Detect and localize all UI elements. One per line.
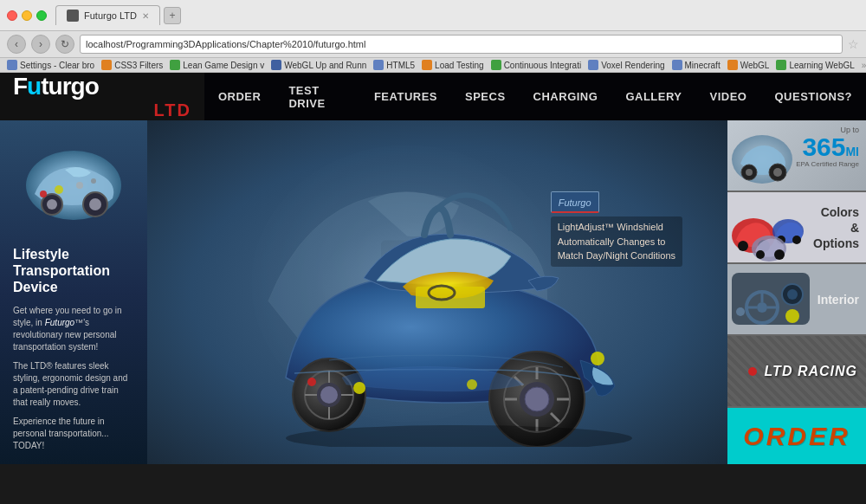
nav-features[interactable]: FEATURES <box>360 73 451 120</box>
bookmark-webgl2[interactable]: WebGL <box>727 60 770 70</box>
nav-order[interactable]: ORDER <box>204 73 275 120</box>
bookmark-label: WebGL Up and Runn <box>284 61 366 70</box>
left-text: Lifestyle Transportation Device Get wher… <box>13 246 134 452</box>
nav-questions[interactable]: QUESTIONS? <box>760 73 866 120</box>
bookmark-html5[interactable]: HTML5 <box>373 60 415 70</box>
ltd-badge: LTD <box>13 459 134 464</box>
nav-test-drive[interactable]: TEST DRIVE <box>275 73 360 120</box>
bookmark-star-button[interactable]: ☆ <box>848 37 859 51</box>
order-label: ORDER <box>743 422 850 451</box>
bookmark-loadtest[interactable]: Load Testing <box>422 60 484 70</box>
svg-point-33 <box>591 352 604 365</box>
maximize-button[interactable] <box>36 10 47 21</box>
left-panel: Lifestyle Transportation Device Get wher… <box>0 120 147 464</box>
range-number-block: 365MI <box>796 134 859 160</box>
annotation-area: Futurgo LightAdjust™ Windshield Automati… <box>551 191 682 267</box>
interior-label: Interior <box>818 292 859 307</box>
nav-specs[interactable]: SPECS <box>451 73 520 120</box>
svg-point-22 <box>525 387 549 411</box>
annotation-line1: LightAdjust™ Windshield <box>558 220 675 235</box>
reload-button[interactable]: ↻ <box>55 35 74 54</box>
site-header: Futurgo LTD ORDER TEST DRIVE FEATURES SP… <box>0 73 866 120</box>
bookmark-icon <box>491 60 501 70</box>
bookmark-css3[interactable]: CSS3 Filters <box>101 60 163 70</box>
range-unit: MI <box>845 145 859 158</box>
svg-point-60 <box>736 307 745 316</box>
interior-svg <box>727 264 814 333</box>
svg-point-49 <box>756 250 765 259</box>
racing-dot <box>748 367 757 376</box>
small-car-display <box>17 133 130 229</box>
racing-content: LTD RACING <box>727 336 866 406</box>
back-button[interactable]: ‹ <box>7 35 26 54</box>
forward-button[interactable]: › <box>31 35 50 54</box>
new-tab-button[interactable]: + <box>164 7 181 24</box>
browser-tab[interactable]: Futurgo LTD ✕ <box>55 5 160 25</box>
bookmark-icon <box>373 60 384 70</box>
svg-point-47 <box>792 236 801 244</box>
bookmark-ci[interactable]: Continuous Integrati <box>491 60 582 70</box>
left-body-3: Experience the future in personal transp… <box>13 416 134 452</box>
site-wrapper: Futurgo LTD ORDER TEST DRIVE FEATURES SP… <box>0 73 866 464</box>
bookmark-settings[interactable]: Settings - Clear bro <box>7 60 94 70</box>
url-bar[interactable] <box>80 35 843 54</box>
logo-futurgo: Futurgo <box>13 73 191 100</box>
left-body-2: The LTD® features sleek styling, ergonom… <box>13 360 134 409</box>
racing-label: LTD RACING <box>765 364 857 378</box>
bookmark-icon <box>271 60 281 70</box>
racing-panel[interactable]: LTD RACING <box>727 336 866 408</box>
svg-point-4 <box>89 198 101 210</box>
bookmark-icon <box>7 60 17 70</box>
range-text: Up to 365MI EPA Certified Range <box>796 126 859 168</box>
interior-panel[interactable]: Interior <box>727 264 866 336</box>
annotation-line2: Automatically Changes to <box>558 235 675 249</box>
browser-chrome: Futurgo LTD ✕ + ‹ › ↻ ☆ Settings - Clear… <box>0 0 866 73</box>
close-button[interactable] <box>7 10 17 21</box>
bookmark-icon <box>672 60 682 70</box>
bookmark-icon <box>170 60 180 70</box>
left-body-1: Get where you need to go in style, in Fu… <box>13 305 134 353</box>
colors-text: Colors & Options <box>813 205 859 250</box>
bookmark-icon <box>588 60 598 70</box>
nav-gallery[interactable]: GALLERY <box>611 73 695 120</box>
svg-point-8 <box>91 178 96 184</box>
bookmark-icon <box>776 60 786 70</box>
bookmark-leangame[interactable]: Lean Game Design v <box>170 60 264 70</box>
bookmark-label: Voxel Rendering <box>601 61 664 70</box>
svg-point-59 <box>785 309 799 323</box>
tab-title: Futurgo LTD <box>84 10 137 21</box>
tab-favicon <box>67 10 79 22</box>
bookmark-icon <box>727 60 738 70</box>
svg-point-31 <box>353 382 365 394</box>
colors-label: Colors & Options <box>813 204 859 251</box>
futurgo-badge: Futurgo <box>551 191 599 213</box>
bookmark-label: Learning WebGL <box>789 61 854 70</box>
svg-point-34 <box>307 378 316 386</box>
minimize-button[interactable] <box>22 10 32 21</box>
svg-point-32 <box>467 379 477 390</box>
tab-close-button[interactable]: ✕ <box>142 11 149 21</box>
range-epa: EPA Certified Range <box>796 160 859 168</box>
annotation-text: LightAdjust™ Windshield Automatically Ch… <box>551 216 682 267</box>
bookmark-icon <box>422 60 432 70</box>
svg-point-41 <box>773 168 782 177</box>
nav-video[interactable]: VIDEO <box>696 73 761 120</box>
main-nav: ORDER TEST DRIVE FEATURES SPECS CHARGING… <box>204 73 866 120</box>
bookmarks-more[interactable]: » <box>862 61 866 70</box>
order-panel[interactable]: ORDER <box>727 408 866 464</box>
interior-text: Interior <box>818 293 859 307</box>
small-car-svg <box>17 133 130 229</box>
nav-charging[interactable]: CHARGING <box>520 73 612 120</box>
racing-text-area: LTD RACING <box>748 364 857 379</box>
range-panel[interactable]: Up to 365MI EPA Certified Range <box>727 120 866 192</box>
center-area: Futurgo LightAdjust™ Windshield Automati… <box>147 120 727 464</box>
bookmark-label: Settings - Clear bro <box>20 61 94 70</box>
colors-panel[interactable]: Colors & Options <box>727 192 866 264</box>
logo-ltd: LTD <box>13 100 191 120</box>
title-bar: Futurgo LTD ✕ + <box>0 0 866 31</box>
bookmark-webgl[interactable]: WebGL Up and Runn <box>271 60 366 70</box>
bookmark-voxel[interactable]: Voxel Rendering <box>588 60 664 70</box>
bookmark-minecraft[interactable]: Minecraft <box>672 60 721 70</box>
brand-em: Futurgo <box>45 318 74 327</box>
bookmark-learningwebgl[interactable]: Learning WebGL <box>776 60 854 70</box>
